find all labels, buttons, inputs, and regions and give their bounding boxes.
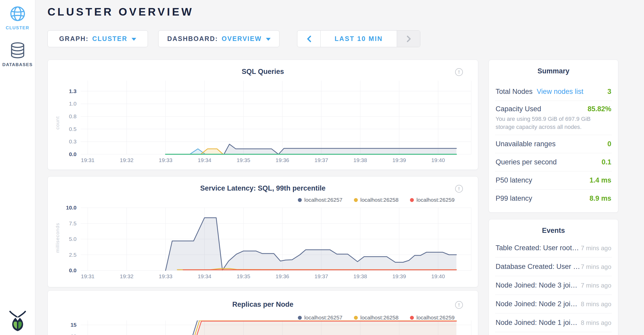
- svg-text:1.0: 1.0: [69, 101, 77, 107]
- summary-rows: Total NodesView nodes list 3 Capacity Us…: [495, 83, 612, 208]
- event-row: Node Joined: Node 1 joined... 8 mins ago: [495, 313, 612, 332]
- event-row: Node Joined: Node 2 joined... 8 mins ago: [495, 295, 612, 313]
- info-icon[interactable]: !: [455, 68, 463, 76]
- summary-row-value: 8.9 ms: [590, 194, 611, 203]
- capacity-label: Capacity Used: [496, 105, 541, 113]
- service-latency-card: Service Latency: SQL, 99th percentile ! …: [47, 176, 478, 287]
- summary-row-value: 0: [607, 140, 611, 148]
- event-time: 8 mins ago: [581, 301, 611, 308]
- database-icon: [10, 55, 25, 59]
- sidebar: CLUSTER DATABASES: [0, 0, 35, 335]
- summary-row-label: Unavailable ranges: [496, 140, 556, 148]
- events-panel: Events Table Created: User root cre... 7…: [489, 219, 618, 335]
- summary-row-label: P50 latency: [496, 176, 532, 184]
- svg-text:19:37: 19:37: [314, 273, 328, 279]
- svg-text:0.0: 0.0: [69, 151, 77, 157]
- legend-item[interactable]: localhost:26257: [298, 315, 342, 321]
- sidebar-item-label: DATABASES: [0, 62, 35, 67]
- svg-text:19:40: 19:40: [431, 273, 445, 279]
- legend-dot-icon: [354, 316, 358, 320]
- graph-dropdown-value: CLUSTER: [92, 35, 128, 43]
- svg-text:19:40: 19:40: [431, 157, 445, 163]
- total-nodes-label: Total Nodes: [496, 88, 533, 95]
- svg-text:19:34: 19:34: [198, 157, 211, 163]
- svg-text:7.5: 7.5: [69, 220, 77, 226]
- svg-text:19:36: 19:36: [276, 157, 289, 163]
- summary-panel: Summary Total NodesView nodes list 3 Cap…: [489, 60, 618, 213]
- svg-text:19:38: 19:38: [353, 157, 367, 163]
- event-time: 7 mins ago: [581, 245, 611, 252]
- summary-row-capacity: Capacity Used 85.82% You are using 598.9…: [495, 101, 612, 135]
- event-row: Database Created: User roo... 7 mins ago: [495, 257, 612, 276]
- replicas-per-node-card: Replicas per Node ! localhost:26257local…: [47, 290, 478, 335]
- graph-dropdown[interactable]: GRAPH: CLUSTER: [47, 30, 148, 47]
- svg-text:19:32: 19:32: [120, 273, 134, 279]
- info-icon[interactable]: !: [455, 301, 463, 309]
- event-time: 7 mins ago: [581, 282, 611, 289]
- dashboard-dropdown-value: OVERVIEW: [222, 35, 262, 43]
- svg-text:1.3: 1.3: [69, 88, 77, 94]
- summary-row-label: Queries per second: [496, 158, 557, 166]
- event-row: Node Joined: Node 3 joined... 7 mins ago: [495, 276, 612, 295]
- dashboard-dropdown-label: DASHBOARD:: [167, 35, 218, 43]
- svg-text:19:35: 19:35: [237, 157, 250, 163]
- chart-title: Service Latency: SQL, 99th percentile: [48, 184, 478, 192]
- event-text: Table Created: User root cre...: [496, 244, 581, 252]
- replicas-per-node-chart[interactable]: 151019:3119:3219:3319:3419:3519:3619:371…: [48, 320, 478, 335]
- svg-text:19:34: 19:34: [198, 273, 211, 279]
- events-list: Table Created: User root cre... 7 mins a…: [495, 239, 612, 332]
- chart-legend: localhost:26257localhost:26258localhost:…: [298, 315, 455, 321]
- legend-item[interactable]: localhost:26258: [354, 315, 399, 321]
- legend-dot-icon: [298, 316, 302, 320]
- legend-label: localhost:26258: [360, 315, 399, 321]
- svg-text:19:37: 19:37: [314, 157, 328, 163]
- summary-row: Unavailable ranges 0: [495, 135, 612, 153]
- sidebar-item-cluster[interactable]: CLUSTER: [0, 6, 35, 31]
- summary-row-value: 1.4 ms: [590, 176, 611, 184]
- svg-text:19:32: 19:32: [120, 157, 134, 163]
- svg-text:0.8: 0.8: [69, 113, 77, 119]
- event-time: 7 mins ago: [581, 263, 611, 270]
- time-next-button[interactable]: [397, 31, 420, 47]
- info-icon[interactable]: !: [455, 185, 463, 193]
- view-nodes-list-link[interactable]: View nodes list: [537, 88, 584, 95]
- svg-text:5.0: 5.0: [69, 236, 77, 242]
- event-text: Database Created: User roo...: [496, 263, 581, 271]
- legend-dot-icon: [410, 316, 414, 320]
- svg-text:19:36: 19:36: [276, 273, 289, 279]
- sql-queries-card: SQL Queries ! count 0.00.30.50.81.01.319…: [47, 60, 478, 170]
- time-range-selector[interactable]: LAST 10 MIN: [321, 31, 397, 47]
- sidebar-item-databases[interactable]: DATABASES: [0, 42, 35, 67]
- event-time: 8 mins ago: [581, 319, 611, 326]
- legend-label: localhost:26257: [304, 315, 342, 321]
- svg-text:19:39: 19:39: [392, 273, 406, 279]
- summary-row-total-nodes: Total NodesView nodes list 3: [495, 83, 612, 101]
- summary-row-value: 0.1: [601, 158, 611, 166]
- globe-icon: [10, 18, 26, 23]
- chart-title: SQL Queries: [48, 68, 478, 76]
- capacity-note: You are using 598.9 GiB of 697.9 GiB sto…: [496, 115, 602, 131]
- svg-text:19:31: 19:31: [81, 157, 95, 163]
- capacity-value: 85.82%: [587, 105, 611, 113]
- svg-text:19:33: 19:33: [159, 273, 173, 279]
- legend-label: localhost:26259: [416, 315, 455, 321]
- time-prev-button[interactable]: [297, 31, 321, 47]
- summary-row: Queries per second 0.1: [495, 153, 612, 171]
- event-text: Node Joined: Node 3 joined...: [496, 281, 581, 289]
- svg-text:15: 15: [71, 322, 77, 328]
- summary-row-label: P99 latency: [496, 194, 532, 203]
- summary-title: Summary: [489, 67, 618, 75]
- page-title: CLUSTER OVERVIEW: [47, 6, 194, 18]
- service-latency-chart[interactable]: 0.02.55.07.510.019:3119:3219:3319:3419:3…: [48, 201, 478, 287]
- dashboard-dropdown[interactable]: DASHBOARD: OVERVIEW: [158, 30, 279, 47]
- svg-text:10.0: 10.0: [66, 205, 77, 211]
- sidebar-item-label: CLUSTER: [0, 25, 35, 31]
- graph-dropdown-label: GRAPH:: [59, 35, 89, 43]
- svg-text:0.0: 0.0: [69, 267, 77, 273]
- svg-text:0.5: 0.5: [69, 126, 77, 132]
- svg-text:0.3: 0.3: [69, 138, 77, 144]
- svg-text:19:39: 19:39: [392, 157, 406, 163]
- legend-item[interactable]: localhost:26259: [410, 315, 455, 321]
- time-range-widget: LAST 10 MIN: [297, 30, 420, 47]
- sql-queries-chart[interactable]: 0.00.30.50.81.01.319:3119:3219:3319:3419…: [48, 81, 478, 170]
